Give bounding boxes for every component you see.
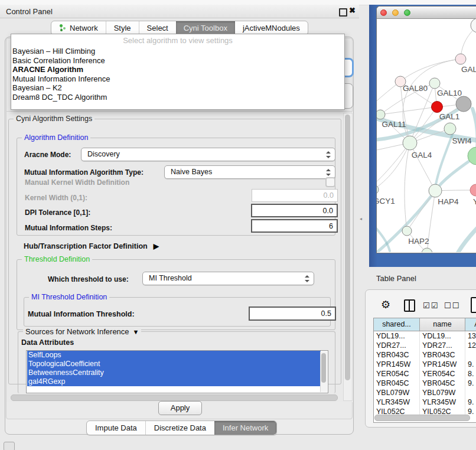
manual-kernel-label: Manual Kernel Width Definition bbox=[25, 178, 129, 187]
table-cell: YLR345W bbox=[420, 397, 465, 407]
network-node-gal[interactable] bbox=[455, 54, 466, 64]
network-node-gal1[interactable] bbox=[432, 102, 443, 113]
table-horizontal-scrollbar[interactable] bbox=[374, 414, 475, 420]
table-cell bbox=[465, 388, 476, 397]
node-label-gcy1: GCY1 bbox=[377, 197, 395, 206]
attribute-item-3[interactable]: gal4RGexp bbox=[27, 377, 321, 386]
scrollbar-thumb[interactable] bbox=[374, 415, 470, 421]
mi-steps-field[interactable]: 6 bbox=[251, 219, 338, 233]
scrollbar-thumb[interactable] bbox=[345, 115, 350, 380]
network-node-y[interactable] bbox=[470, 184, 476, 196]
attribute-item-0[interactable]: SelfLoops bbox=[27, 351, 321, 360]
list-vertical-scrollbar[interactable] bbox=[320, 351, 327, 392]
aracne-mode-combobox[interactable]: Discovery bbox=[81, 148, 335, 161]
document-icon[interactable] bbox=[471, 297, 476, 313]
close-light[interactable] bbox=[380, 9, 387, 16]
network-node[interactable] bbox=[456, 96, 471, 112]
settings-vertical-scrollbar[interactable] bbox=[343, 113, 353, 401]
network-window-frame: GALGAL80GAL10GAL1GAL11SWI4GAL4GCY1HAP4YH… bbox=[369, 5, 476, 267]
unchecked-pair-icon[interactable]: ☐☐ bbox=[444, 301, 460, 310]
apply-button[interactable]: Apply bbox=[158, 401, 202, 415]
bottom-tab-impute-data[interactable]: Impute Data bbox=[87, 421, 145, 435]
network-node-hap4[interactable] bbox=[429, 184, 442, 197]
table-row[interactable]: YLR345WYLR345W9. bbox=[374, 397, 476, 407]
column-header-0[interactable]: shared... bbox=[374, 318, 420, 331]
which-threshold-combobox[interactable]: MI Threshold bbox=[142, 272, 314, 285]
tab-cyni-toolbox[interactable]: Cyni Toolbox bbox=[176, 21, 235, 35]
network-node-gal4[interactable] bbox=[403, 136, 417, 150]
cyni-bottom-tabbar: Impute DataDiscretize DataInfer Network bbox=[86, 420, 277, 435]
settings-horizontal-scrollbar[interactable] bbox=[9, 394, 340, 400]
table-row[interactable]: YBR045CYBR045C9. bbox=[374, 379, 476, 388]
splitter-collapse-icon[interactable]: ◂ bbox=[360, 216, 362, 221]
tab-style[interactable]: Style bbox=[106, 21, 139, 35]
dropdown-item-1[interactable]: Basic Correlation Inference bbox=[11, 56, 344, 66]
mi-type-combobox[interactable]: Naive Bayes bbox=[164, 165, 335, 179]
float-window-icon[interactable] bbox=[339, 8, 347, 17]
table-cell bbox=[465, 350, 476, 360]
dropdown-item-5[interactable]: Dream8 DC_TDC Algorithm bbox=[11, 93, 344, 102]
tab-label: Style bbox=[114, 24, 131, 32]
tab-label: Select bbox=[147, 24, 168, 32]
attribute-item-2[interactable]: BetweennessCentrality bbox=[27, 369, 321, 377]
table-row[interactable]: YER054CYER054C8. bbox=[374, 369, 476, 379]
table-cell: YBL079W bbox=[374, 388, 420, 397]
mi-threshold-field[interactable]: 0.5 bbox=[249, 306, 336, 321]
table-cell: 8. bbox=[465, 369, 476, 379]
gear-icon[interactable]: ⚙ bbox=[381, 298, 390, 311]
tab-network[interactable]: Network bbox=[51, 21, 106, 35]
minimized-panel-icon[interactable] bbox=[4, 442, 15, 450]
table-row[interactable]: YBR043CYBR043C bbox=[374, 350, 476, 360]
dropdown-item-2[interactable]: ARACNE Algorithm bbox=[11, 65, 344, 74]
table-cell: YBL079W bbox=[420, 388, 465, 397]
app-root: Control Panel ✖ NetworkStyleSelectCyni T… bbox=[0, 0, 476, 450]
table-cell: 9. bbox=[465, 379, 476, 388]
attribute-item-1[interactable]: TopologicalCoefficient bbox=[27, 360, 321, 369]
network-node-swi4[interactable] bbox=[444, 123, 456, 135]
network-graph: GALGAL80GAL10GAL1GAL11SWI4GAL4GCY1HAP4YH… bbox=[377, 19, 476, 252]
column-header-1[interactable]: name bbox=[420, 318, 465, 331]
table-row[interactable]: YDL19...YDL19...13 bbox=[374, 331, 476, 341]
split-columns-icon[interactable] bbox=[404, 299, 415, 312]
table-cell: YDL19... bbox=[420, 331, 465, 341]
dropdown-item-3[interactable]: Mutual Information Inference bbox=[11, 74, 344, 84]
network-node-gal10[interactable] bbox=[429, 78, 440, 89]
network-node[interactable] bbox=[422, 248, 432, 252]
column-header-2[interactable]: A bbox=[465, 318, 476, 331]
node-attribute-table: shared...nameAYDL19...YDL19...13YDR27...… bbox=[373, 318, 476, 423]
table-row[interactable]: YBL079WYBL079W bbox=[374, 388, 476, 397]
network-window-titlebar[interactable] bbox=[377, 6, 476, 19]
scrollbar-thumb[interactable] bbox=[321, 353, 326, 383]
minimize-light[interactable] bbox=[392, 9, 399, 16]
table-row[interactable]: YDR27...YDR27...12 bbox=[374, 341, 476, 350]
table-header-row: shared...nameA bbox=[374, 318, 476, 331]
cyni-settings-scroll-area: Cyni Algorithm Settings Algorithm Defini… bbox=[6, 111, 353, 402]
bottom-tab-infer-network[interactable]: Infer Network bbox=[214, 421, 276, 435]
dpi-tolerance-field[interactable]: 0.0 bbox=[251, 204, 338, 217]
network-node[interactable] bbox=[471, 19, 476, 32]
hub-definition-toggle[interactable]: Hub/Transcription Factor Definition▶ bbox=[24, 242, 159, 250]
tab-select[interactable]: Select bbox=[139, 21, 176, 35]
network-node-gal11[interactable] bbox=[377, 110, 385, 119]
network-node-hap2[interactable] bbox=[402, 226, 412, 236]
sources-toggle[interactable]: Sources for Network Inference▼ bbox=[23, 327, 141, 336]
scrollbar-thumb[interactable] bbox=[11, 394, 338, 401]
data-attributes-list[interactable]: SelfLoopsTopologicalCoefficientBetweenne… bbox=[26, 350, 328, 393]
checked-pair-icon[interactable]: ☑☑ bbox=[423, 301, 439, 310]
close-icon[interactable]: ✖ bbox=[349, 6, 356, 15]
kernel-width-field[interactable]: 0.0 bbox=[252, 189, 338, 202]
node-label-gal4: GAL4 bbox=[412, 151, 432, 159]
manual-kernel-checkbox[interactable] bbox=[325, 177, 335, 187]
network-edge bbox=[400, 59, 461, 81]
bottom-tab-discretize-data[interactable]: Discretize Data bbox=[145, 421, 214, 435]
control-panel-title: Control Panel bbox=[6, 7, 53, 16]
dropdown-item-4[interactable]: Bayesian – K2 bbox=[11, 83, 344, 93]
table-cell: 9. bbox=[465, 360, 476, 369]
which-threshold-value: MI Threshold bbox=[149, 274, 192, 282]
network-canvas[interactable]: GALGAL80GAL10GAL1GAL11SWI4GAL4GCY1HAP4YH… bbox=[377, 19, 476, 252]
tab-jactivemnodules[interactable]: jActiveMNodules bbox=[235, 21, 308, 35]
table-row[interactable]: YPR145WYPR145W9. bbox=[374, 360, 476, 369]
mi-threshold-group-title: MI Threshold Definition bbox=[29, 293, 109, 301]
zoom-light[interactable] bbox=[404, 9, 410, 16]
dropdown-item-0[interactable]: Bayesian – Hill Climbing bbox=[11, 47, 344, 56]
